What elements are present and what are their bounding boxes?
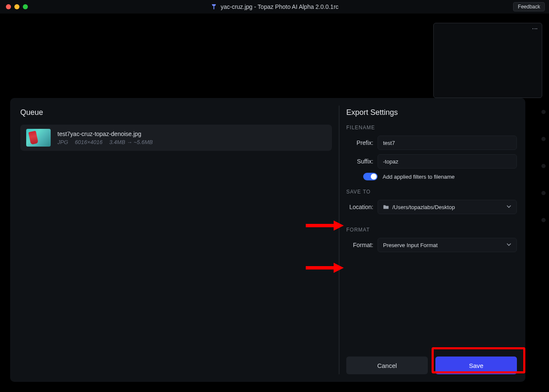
window-title-text: yac-cruz.jpg - Topaz Photo AI Alpha 2.0.… xyxy=(220,3,338,10)
preview-panel: ⋮ xyxy=(433,23,542,98)
prefix-row: Prefix: xyxy=(346,136,517,150)
filters-toggle[interactable] xyxy=(363,173,378,180)
format-group: FORMAT Format: Preserve Input Format xyxy=(346,227,517,256)
feedback-button[interactable]: Feedback xyxy=(513,2,545,11)
queue-thumbnail xyxy=(26,129,51,147)
dialog-actions: Cancel Save xyxy=(346,357,517,374)
queue-item-meta: JPG 6016×4016 3.4MB → ~5.6MB xyxy=(57,139,153,145)
format-label: Format: xyxy=(346,242,373,248)
close-window-icon[interactable] xyxy=(6,4,11,9)
queue-item-texts: test7yac-cruz-topaz-denoise.jpg JPG 6016… xyxy=(57,131,153,145)
chevron-down-icon xyxy=(506,242,511,248)
export-settings-title: Export Settings xyxy=(346,108,517,117)
saveto-header: SAVE TO xyxy=(346,189,517,195)
filters-toggle-row: Add applied filters to filename xyxy=(346,173,517,180)
save-button[interactable]: Save xyxy=(435,357,517,374)
export-dialog: Queue test7yac-cruz-topaz-denoise.jpg JP… xyxy=(10,98,525,382)
queue-item-dimensions: 6016×4016 xyxy=(75,139,102,145)
queue-item-filename: test7yac-cruz-topaz-denoise.jpg xyxy=(57,131,153,137)
location-row: Location: /Users/topazlabs/Desktop xyxy=(346,200,517,214)
queue-item[interactable]: test7yac-cruz-topaz-denoise.jpg JPG 6016… xyxy=(20,125,332,151)
queue-item-format: JPG xyxy=(57,139,68,145)
rail-indicator xyxy=(541,218,546,222)
queue-title: Queue xyxy=(20,108,332,117)
folder-icon xyxy=(383,204,389,210)
suffix-input-wrap[interactable] xyxy=(378,154,517,169)
location-label: Location: xyxy=(346,204,373,210)
format-row: Format: Preserve Input Format xyxy=(346,238,517,252)
export-settings-panel: Export Settings FILENAME Prefix: Suffix:… xyxy=(340,98,525,382)
rail-indicator xyxy=(541,110,546,114)
maximize-window-icon[interactable] xyxy=(23,4,28,9)
window-controls xyxy=(6,4,28,9)
prefix-label: Prefix: xyxy=(346,139,373,146)
queue-item-size: 3.4MB → ~5.6MB xyxy=(109,139,153,145)
suffix-input[interactable] xyxy=(383,158,511,165)
cancel-button[interactable]: Cancel xyxy=(346,357,428,374)
prefix-input[interactable] xyxy=(383,140,511,146)
titlebar: yac-cruz.jpg - Topaz Photo AI Alpha 2.0.… xyxy=(0,0,549,14)
chevron-down-icon xyxy=(506,204,511,210)
rail-indicator xyxy=(541,191,546,195)
filename-group: FILENAME Prefix: Suffix: Add applied fil… xyxy=(346,125,517,180)
window-title: yac-cruz.jpg - Topaz Photo AI Alpha 2.0.… xyxy=(210,3,338,10)
filename-header: FILENAME xyxy=(346,125,517,131)
right-rail xyxy=(540,110,547,222)
rail-indicator xyxy=(541,164,546,168)
saveto-group: SAVE TO Location: /Users/topazlabs/Deskt… xyxy=(346,189,517,218)
minimize-window-icon[interactable] xyxy=(14,4,19,9)
queue-panel: Queue test7yac-cruz-topaz-denoise.jpg JP… xyxy=(10,98,339,382)
location-value: /Users/topazlabs/Desktop xyxy=(392,204,455,210)
filters-toggle-label: Add applied filters to filename xyxy=(383,174,455,180)
format-value: Preserve Input Format xyxy=(383,242,438,248)
location-select[interactable]: /Users/topazlabs/Desktop xyxy=(378,200,517,214)
suffix-label: Suffix: xyxy=(346,158,373,165)
rail-indicator xyxy=(541,137,546,141)
kebab-menu-icon[interactable]: ⋮ xyxy=(532,26,538,33)
format-header: FORMAT xyxy=(346,227,517,233)
format-select[interactable]: Preserve Input Format xyxy=(378,238,517,252)
prefix-input-wrap[interactable] xyxy=(378,136,517,150)
app-icon xyxy=(210,3,217,10)
suffix-row: Suffix: xyxy=(346,154,517,169)
